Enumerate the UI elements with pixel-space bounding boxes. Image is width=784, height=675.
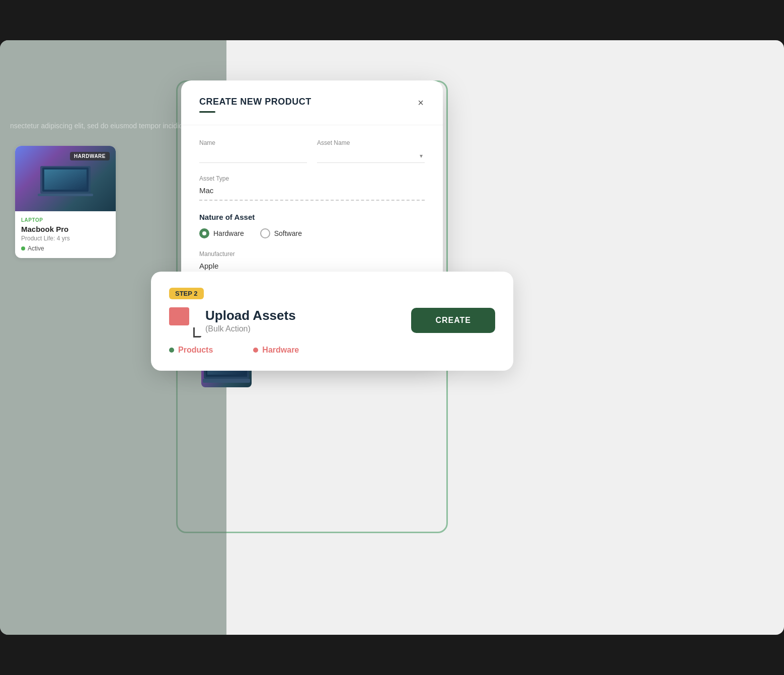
breadcrumb-hardware: Hardware: [253, 346, 299, 355]
name-field: Name: [199, 139, 307, 163]
svg-rect-4: [38, 194, 93, 196]
step2-create-button[interactable]: CREATE: [411, 308, 495, 333]
software-radio-option[interactable]: Software: [260, 228, 302, 238]
hardware-radio-option[interactable]: Hardware: [199, 228, 244, 238]
nature-of-asset-section: Nature of Asset Hardware Software: [199, 213, 425, 238]
asset-name-field: Asset Name ▾: [317, 139, 425, 163]
background-text: nsectetur adipiscing elit, sed do eiusmo…: [10, 121, 183, 131]
name-input[interactable]: [199, 148, 307, 163]
asset-type-value: Mac: [199, 184, 425, 198]
hardware-label: Hardware: [262, 346, 299, 355]
product-status: Active: [21, 245, 110, 252]
product-card-image: HARDWARE: [15, 146, 116, 211]
step-badge: STEP 2: [169, 288, 204, 299]
step2-title: Upload Assets: [205, 308, 296, 323]
asset-type-divider: [199, 200, 425, 201]
nature-title: Nature of Asset: [199, 213, 425, 221]
svg-rect-3: [44, 170, 87, 190]
step2-left: Upload Assets (Bulk Action): [169, 307, 296, 333]
products-dot: [169, 348, 174, 353]
close-button[interactable]: ×: [413, 95, 429, 111]
asset-type-label: Asset Type: [199, 175, 425, 182]
asset-type-field: Asset Type Mac: [199, 175, 425, 201]
radio-group: Hardware Software: [199, 228, 425, 238]
products-label: Products: [178, 346, 213, 355]
software-radio-circle: [260, 228, 270, 238]
step2-breadcrumb: Products Hardware: [169, 346, 495, 355]
hardware-radio-label: Hardware: [213, 229, 244, 237]
asset-name-label: Asset Name: [317, 139, 425, 146]
product-info: LAPTOP Macbook Pro Product Life: 4 yrs A…: [15, 211, 116, 258]
manufacturer-value: Apple: [199, 260, 425, 273]
modal-header: CREATE NEW PRODUCT ×: [181, 80, 443, 125]
hardware-dot: [253, 348, 258, 353]
laptop-svg: [35, 158, 96, 199]
svg-rect-7: [203, 379, 250, 383]
product-life: Product Life: 4 yrs: [21, 235, 110, 242]
hardware-badge: HARDWARE: [70, 152, 110, 160]
step2-content: Upload Assets (Bulk Action) CREATE: [169, 307, 495, 333]
asset-name-select[interactable]: [317, 148, 425, 163]
status-text: Active: [28, 245, 44, 252]
step2-subtitle: (Bulk Action): [205, 324, 296, 333]
product-card-background: HARDWARE LAPTOP Macbook Pro Product Life…: [15, 146, 116, 258]
page-background: nsectetur adipiscing elit, sed do eiusmo…: [0, 40, 784, 635]
upload-assets-icon: [169, 307, 195, 333]
breadcrumb-products: Products: [169, 346, 213, 355]
upload-icon-inner: [169, 307, 189, 325]
upload-icon-bracket: [193, 327, 201, 338]
product-category: LAPTOP: [21, 217, 110, 223]
status-dot: [21, 246, 25, 250]
name-row: Name Asset Name ▾: [199, 139, 425, 163]
manufacturer-label: Manufacturer: [199, 250, 425, 258]
name-label: Name: [199, 139, 307, 146]
asset-name-select-wrapper: ▾: [317, 148, 425, 163]
hardware-radio-circle: [199, 228, 209, 238]
step2-text: Upload Assets (Bulk Action): [205, 308, 296, 333]
step2-card: STEP 2 Upload Assets (Bulk Action) CREAT…: [151, 272, 513, 371]
page-content: nsectetur adipiscing elit, sed do eiusmo…: [0, 40, 784, 635]
software-radio-label: Software: [274, 229, 302, 237]
modal-title-underline: [199, 111, 215, 113]
modal-title: CREATE NEW PRODUCT: [199, 97, 425, 107]
product-name: Macbook Pro: [21, 225, 110, 233]
